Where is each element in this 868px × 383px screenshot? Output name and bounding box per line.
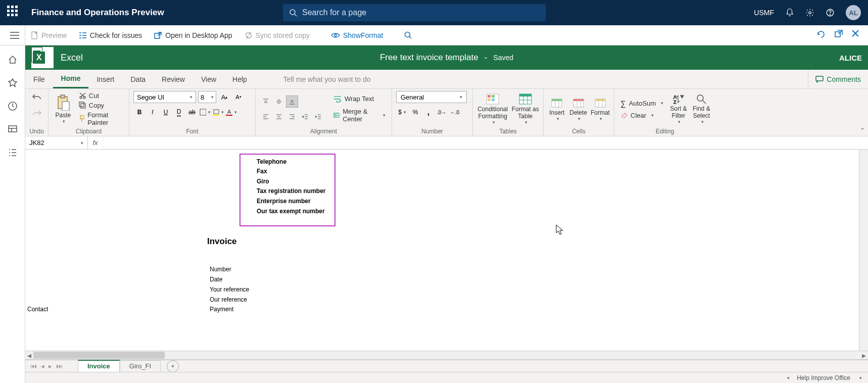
insert-cells-button[interactable]: Insert▾ bbox=[548, 97, 566, 121]
nav-modules-icon[interactable] bbox=[8, 148, 18, 160]
comma-button[interactable]: , bbox=[422, 106, 435, 118]
nav-favorites-icon[interactable] bbox=[8, 78, 18, 90]
global-search[interactable]: Search for a page bbox=[283, 4, 546, 21]
app-launcher-icon[interactable] bbox=[7, 6, 21, 20]
popout-button[interactable] bbox=[835, 30, 843, 40]
name-box[interactable]: JK82▾ bbox=[25, 136, 88, 149]
open-desktop-button[interactable]: Open in Desktop App bbox=[154, 31, 232, 39]
sheet-nav-prev[interactable]: ◂ bbox=[41, 362, 44, 370]
copy-button[interactable]: Copy bbox=[77, 101, 125, 110]
align-top-button[interactable] bbox=[260, 95, 272, 108]
cell-fax[interactable]: Fax bbox=[257, 168, 267, 175]
nav-workspaces-icon[interactable] bbox=[8, 124, 18, 136]
preview-button[interactable]: Preview bbox=[31, 31, 67, 39]
align-right-button[interactable] bbox=[286, 111, 298, 123]
sort-filter-button[interactable]: AZSort & Filter▾ bbox=[668, 93, 688, 124]
grow-font-button[interactable]: A▴ bbox=[218, 91, 230, 103]
sheet-tab-giro[interactable]: Giro_FI bbox=[120, 360, 161, 371]
cell-tax-exempt[interactable]: Our tax exempt number bbox=[257, 208, 325, 215]
conditional-formatting-button[interactable]: Conditional Formatting▾ bbox=[477, 93, 508, 124]
font-color-button[interactable]: A▾ bbox=[225, 106, 237, 118]
number-format-select[interactable]: General▾ bbox=[396, 91, 467, 103]
format-cells-button[interactable]: Format▾ bbox=[591, 97, 610, 121]
cell-contact[interactable]: Contact bbox=[27, 306, 48, 313]
company-code[interactable]: USMF bbox=[754, 9, 774, 17]
double-underline-button[interactable]: D bbox=[173, 106, 185, 118]
fill-color-button[interactable]: ▾ bbox=[212, 106, 224, 118]
scroll-right-button[interactable]: ▸ bbox=[860, 351, 868, 359]
cell-invoice-header[interactable]: Invoice bbox=[207, 236, 237, 247]
format-as-table-button[interactable]: Format as Table▾ bbox=[511, 93, 539, 124]
find-select-button[interactable]: Find & Select▾ bbox=[692, 93, 711, 124]
bell-icon[interactable] bbox=[785, 8, 794, 17]
toolbar-search-button[interactable] bbox=[404, 31, 412, 39]
gear-icon[interactable] bbox=[805, 8, 814, 17]
cell-your-ref[interactable]: Your reference bbox=[210, 286, 249, 293]
cell-giro[interactable]: Giro bbox=[257, 178, 269, 185]
cell-enterprise[interactable]: Enterprise number bbox=[257, 198, 311, 205]
tab-home[interactable]: Home bbox=[53, 70, 89, 88]
tell-me-input[interactable]: Tell me what you want to do bbox=[275, 70, 379, 88]
wrap-text-button[interactable]: Wrap Text bbox=[331, 94, 388, 103]
nav-home-icon[interactable] bbox=[8, 55, 18, 67]
tab-review[interactable]: Review bbox=[154, 70, 193, 88]
underline-button[interactable]: U bbox=[160, 106, 172, 118]
italic-button[interactable]: I bbox=[147, 106, 159, 118]
font-size-select[interactable]: 8▾ bbox=[198, 91, 216, 103]
sheet-nav-first[interactable]: ⏮ bbox=[30, 362, 37, 370]
excel-user[interactable]: ALICE bbox=[839, 54, 862, 62]
scroll-left-button[interactable]: ◂ bbox=[25, 351, 33, 359]
horizontal-scrollbar[interactable]: ◂ ▸ bbox=[25, 351, 868, 360]
sheet-nav-next[interactable]: ▸ bbox=[49, 362, 52, 370]
align-left-button[interactable] bbox=[260, 111, 272, 123]
align-center-button[interactable] bbox=[273, 111, 285, 123]
sheet-nav-last[interactable]: ⏭ bbox=[56, 362, 63, 370]
tab-help[interactable]: Help bbox=[224, 70, 255, 88]
bold-button[interactable]: B bbox=[133, 106, 146, 118]
format-painter-button[interactable]: Format Painter bbox=[77, 111, 125, 127]
autosum-button[interactable]: ∑AutoSum▾ bbox=[618, 99, 665, 108]
align-middle-button[interactable] bbox=[273, 95, 285, 108]
decrease-decimal-button[interactable]: ←.0 bbox=[449, 106, 461, 118]
cell-our-ref[interactable]: Our reference bbox=[210, 296, 247, 303]
status-menu[interactable]: ▾ bbox=[787, 375, 790, 380]
document-title[interactable]: Free text invoice template bbox=[380, 53, 478, 63]
tab-view[interactable]: View bbox=[193, 70, 224, 88]
strikethrough-button[interactable]: ab bbox=[186, 106, 198, 118]
cell-telephone[interactable]: Telephone bbox=[257, 158, 286, 165]
cell-payment[interactable]: Payment bbox=[210, 306, 233, 313]
font-name-select[interactable]: Segoe UI▾ bbox=[133, 91, 196, 103]
check-issues-button[interactable]: Check for issues bbox=[79, 31, 142, 39]
tab-data[interactable]: Data bbox=[122, 70, 154, 88]
cell-tax-reg[interactable]: Tax registration number bbox=[257, 187, 325, 195]
add-sheet-button[interactable]: + bbox=[167, 360, 179, 372]
delete-cells-button[interactable]: Delete▾ bbox=[569, 97, 587, 121]
sheet-tab-invoice[interactable]: Invoice bbox=[78, 360, 120, 372]
collapse-ribbon-button[interactable]: ⌃ bbox=[860, 127, 865, 134]
increase-decimal-button[interactable]: .0→ bbox=[436, 106, 448, 118]
redo-button[interactable] bbox=[31, 107, 43, 119]
shrink-font-button[interactable]: A▾ bbox=[232, 91, 245, 103]
align-bottom-button[interactable] bbox=[286, 95, 298, 108]
cut-button[interactable]: Cut bbox=[77, 91, 125, 100]
user-avatar[interactable]: AL bbox=[846, 5, 861, 20]
clear-button[interactable]: Clear▾ bbox=[618, 111, 665, 120]
undo-button[interactable] bbox=[31, 91, 43, 103]
help-improve-link[interactable]: Help Improve Office bbox=[797, 374, 850, 381]
decrease-indent-button[interactable] bbox=[299, 111, 311, 123]
currency-button[interactable]: $▾ bbox=[396, 106, 408, 118]
fx-button[interactable]: fx bbox=[88, 136, 103, 149]
vertical-scrollbar[interactable] bbox=[859, 150, 868, 351]
scroll-thumb[interactable] bbox=[33, 352, 165, 359]
zoom-menu[interactable]: ▾ bbox=[859, 375, 862, 380]
spreadsheet-grid[interactable]: Telephone Fax Giro Tax registration numb… bbox=[25, 150, 868, 372]
nav-recent-icon[interactable] bbox=[8, 101, 18, 113]
close-button[interactable] bbox=[852, 30, 859, 40]
tab-insert[interactable]: Insert bbox=[88, 70, 122, 88]
show-format-button[interactable]: ShowFormat bbox=[331, 31, 383, 39]
comments-button[interactable]: Comments bbox=[808, 70, 868, 88]
paste-button[interactable]: Paste▾ bbox=[53, 94, 74, 124]
percent-button[interactable]: % bbox=[409, 106, 421, 118]
cell-number[interactable]: Number bbox=[210, 266, 231, 273]
refresh-button[interactable] bbox=[816, 30, 826, 40]
